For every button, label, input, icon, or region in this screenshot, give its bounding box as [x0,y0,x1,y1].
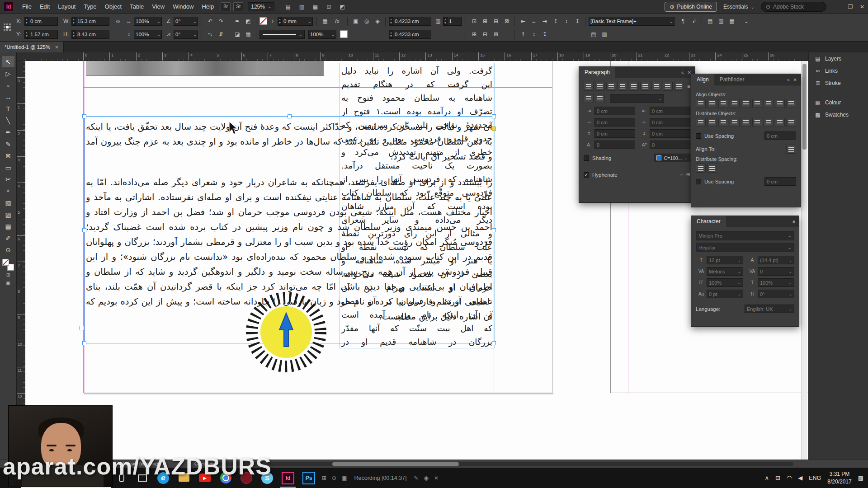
use-spacing-checkbox[interactable] [696,133,701,139]
menu-type[interactable]: Type [80,0,100,14]
font-family-dropdown[interactable]: Minion Pro⌄ [696,231,794,240]
frame-fitting-icon[interactable]: ⊠ [491,29,501,39]
distribute-vspace-icon[interactable] [696,164,706,173]
opacity-field[interactable]: 100%⌄ [308,30,336,39]
skew-field[interactable]: 0°⌄ [758,290,794,298]
wrap-object-icon[interactable]: ◈ [373,16,382,26]
fit-frame-icon[interactable]: ⊞ [480,16,490,26]
justify-last-right-icon[interactable] [618,82,627,91]
maximize-button[interactable]: ❐ [844,0,856,14]
taskbar-photoshop-icon[interactable]: Ps [298,468,319,488]
panel-menu-icon[interactable]: ≡ [793,219,795,224]
gradient-feather-tool[interactable]: ▨ [2,209,14,220]
rotation-angle-field[interactable]: 0°⌄ [174,17,198,26]
rotate-ccw-icon[interactable]: ↶ [205,16,215,26]
corner-options-icon[interactable]: ◪ [232,29,242,39]
distribute-bottom-icon[interactable] [718,118,728,127]
align-vertical-centers-icon[interactable] [741,99,751,108]
live-corner-handle[interactable] [492,127,496,131]
align-key-a-icon[interactable] [764,99,774,108]
ltr-direction-icon[interactable] [584,94,594,103]
gap-tool[interactable]: ↔ [2,91,14,103]
line-tool[interactable]: ╲ [2,115,14,126]
clock[interactable]: 3:31 PM 8/20/2017 [827,470,851,486]
publish-online-button[interactable]: ⊕ Publish Online [665,2,717,12]
auto-fit-icon[interactable]: ⊟ [480,29,490,39]
close-tab-icon[interactable]: ✕ [55,45,58,50]
scale-y-field[interactable]: 100%⌄ [134,30,162,39]
kerning-field[interactable]: Metrics⌄ [707,267,743,276]
arrange-documents-icon[interactable]: ◩ [337,2,348,11]
panel-button-stroke[interactable]: ≣Stroke [809,77,868,89]
region-icon[interactable]: ▣ [342,475,347,481]
align-tab[interactable]: Align [691,74,714,85]
chevron-right-icon[interactable]: › [269,16,276,26]
handle-bottom-right[interactable] [492,341,496,345]
menu-edit[interactable]: Edit [36,0,54,14]
taskbar-indesign-icon[interactable]: Id [278,468,298,488]
grid-a-icon[interactable]: ▤ [705,16,715,26]
shading-color-button[interactable]: C=100... ⌄ [654,154,690,162]
object-style-dropdown[interactable]: [Basic Text Frame]+⌄ [589,17,675,26]
align-away-spine-icon[interactable] [674,82,684,91]
rectangle-tool[interactable]: ▭ [2,162,14,173]
frame-grid-icon[interactable]: ▦ [243,29,253,39]
language-dropdown[interactable]: English: UK⌄ [745,305,794,313]
fit-options-icon[interactable]: ⊞ [469,29,479,39]
annotate-icon[interactable]: ✎ [414,475,419,481]
align-left-icon[interactable] [606,82,616,91]
align-right-icon[interactable]: ⇥ [540,16,550,26]
stroke-type-dropdown[interactable]: ⌄ [259,30,305,39]
stop-recording-icon[interactable]: ✕ [434,475,439,481]
align-left-edges-icon[interactable] [696,99,706,108]
rectangle-frame-tool[interactable]: ⊠ [2,150,14,161]
justify-all-icon[interactable] [651,82,661,91]
distribute-left-icon[interactable] [730,118,740,127]
paragraph-style-icon[interactable]: ¶ [678,16,688,26]
handle-middle-left[interactable] [82,228,86,232]
distribute-hspace-icon[interactable] [707,164,717,173]
menu-table[interactable]: Table [126,0,148,14]
view-options-icon[interactable]: ▥ [296,2,307,11]
close-panel-icon[interactable]: ✕ [793,77,797,82]
scale-x-field[interactable]: 100%⌄ [134,17,162,26]
character-panel-tab[interactable]: Character [691,216,726,227]
type-tool[interactable]: T [2,103,14,114]
x-position-field[interactable]: 0 cm [24,17,58,26]
direct-selection-tool[interactable]: ▷ [2,68,14,79]
network-icon[interactable]: ◠ [787,474,792,481]
align-left-icon[interactable]: ⇤ [518,16,528,26]
bridge-icon[interactable]: Br [221,2,231,11]
center-content-icon[interactable]: ⊟ [491,16,501,26]
shading-checkbox[interactable] [584,155,589,161]
horizontal-scale-field[interactable]: 100%⌄ [758,278,794,287]
handle-bottom-left[interactable] [82,341,86,345]
space-after-field[interactable]: 0 cm [650,129,690,138]
shear-angle-field[interactable]: 0°⌄ [174,30,198,39]
fx-icon[interactable]: fx [331,16,344,26]
handle-middle-right[interactable] [492,228,496,232]
font-size-field[interactable]: 12 pt⌄ [707,256,743,264]
align-horizontal-centers-icon[interactable] [707,99,717,108]
tray-expand-icon[interactable]: ∧ [764,474,769,481]
overset-text-port[interactable] [80,326,84,330]
menu-view[interactable]: View [148,0,169,14]
distribute-key-a-icon[interactable] [764,118,774,127]
align-key-b-icon[interactable] [775,99,785,108]
width-field[interactable]: 15.3 cm [71,17,109,26]
collapse-panel-icon[interactable]: « [787,77,790,82]
canvas-horizontal-scrollbar[interactable] [217,462,793,466]
zoom-level-select[interactable]: 125%⌄ [248,2,274,11]
handle-top-right[interactable] [492,114,496,118]
wrap-none-icon[interactable]: ▣ [351,16,361,26]
columns-field[interactable]: 1 [443,17,462,26]
align-towards-spine-icon[interactable] [663,82,673,91]
valign-top-icon[interactable]: ↥ [518,29,528,39]
fill-color-chip[interactable] [340,30,348,38]
align-right-icon[interactable] [584,82,594,91]
pencil-tool[interactable]: ✎ [2,138,14,150]
fit-content-icon[interactable]: ⊡ [469,16,479,26]
spacing-value-field[interactable]: 0 cm [764,131,796,140]
flip-horizontal-icon[interactable]: ⇋ [205,29,215,39]
magnifier-icon[interactable]: ⊙ [332,475,336,481]
